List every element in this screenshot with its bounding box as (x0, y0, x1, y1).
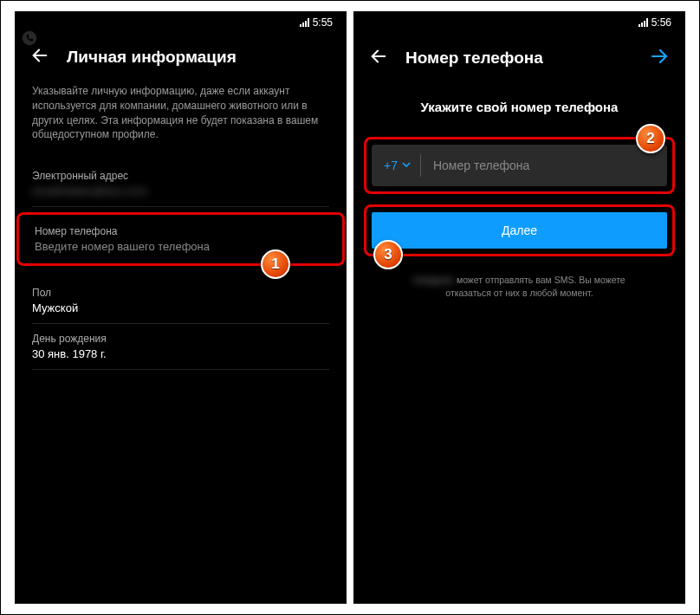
callout-badge-3: 3 (373, 240, 403, 269)
status-bar: 5:56 (353, 11, 685, 34)
phone-field[interactable]: Номер телефона Введите номер вашего теле… (35, 225, 327, 253)
clock: 5:55 (313, 16, 333, 29)
back-icon[interactable] (369, 47, 388, 69)
gender-field[interactable]: Пол Мужской (32, 278, 329, 324)
phone-input-container: +7 (372, 145, 667, 186)
birthday-label: День рождения (32, 333, 329, 345)
email-value: emailhidden@blur.com (32, 184, 329, 197)
country-code-selector[interactable]: +7 (372, 159, 420, 172)
header: Личная информация (15, 34, 347, 84)
page-title: Номер телефона (405, 49, 632, 68)
phone-number-input[interactable] (433, 159, 667, 172)
signal-icon (300, 18, 309, 27)
next-button[interactable]: Далее (372, 212, 667, 249)
gender-value: Мужской (32, 301, 329, 314)
email-label: Электронный адрес (32, 170, 329, 182)
svg-point-0 (23, 31, 37, 46)
forward-icon[interactable] (649, 46, 670, 70)
subtitle: Укажите свой номер телефона (371, 100, 668, 114)
next-button-highlight: Далее 3 (364, 204, 675, 256)
header: Номер телефона (353, 34, 685, 86)
callout-badge-2: 2 (636, 124, 665, 153)
input-divider (420, 154, 421, 177)
disclaimer-hidden: Instagram (413, 274, 454, 287)
disclaimer-text: Instagram может отправлять вам SMS. Вы м… (371, 274, 668, 299)
disclaimer-rest: может отправлять вам SMS. Вы можете отка… (445, 275, 625, 298)
birthday-field[interactable]: День рождения 30 янв. 1978 г. (32, 324, 329, 370)
page-title: Личная информация (67, 48, 331, 67)
screen-phone-number: 5:56 Номер телефона Укажите свой номер т… (353, 11, 685, 604)
chevron-down-icon (401, 159, 412, 172)
description-text: Указывайте личную информацию, даже если … (32, 84, 329, 142)
back-icon[interactable] (30, 46, 49, 68)
viber-icon (22, 30, 37, 46)
phone-input-highlight: +7 2 (364, 137, 675, 194)
country-code-value: +7 (384, 159, 398, 172)
screen-personal-info: 5:55 Личная информация Указывайте личную… (15, 11, 347, 604)
clock: 5:56 (651, 16, 671, 29)
status-bar: 5:55 (15, 11, 347, 34)
signal-icon (638, 18, 648, 27)
gender-label: Пол (32, 287, 329, 299)
callout-badge-1: 1 (261, 249, 290, 279)
phone-field-highlight: Номер телефона Введите номер вашего теле… (16, 212, 345, 266)
phone-label: Номер телефона (35, 225, 327, 237)
email-field[interactable]: Электронный адрес emailhidden@blur.com (32, 161, 329, 207)
birthday-value: 30 янв. 1978 г. (32, 347, 329, 360)
